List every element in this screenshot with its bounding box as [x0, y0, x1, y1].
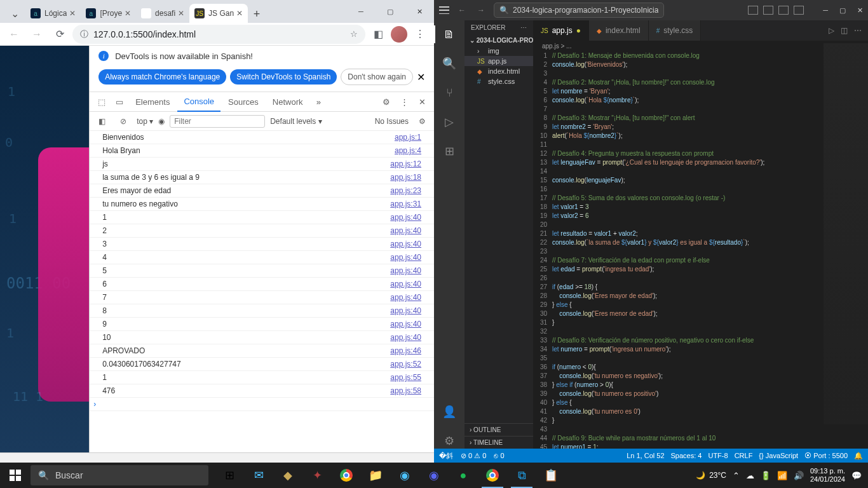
banner-close-icon[interactable]: ✕ — [417, 71, 425, 83]
code-content[interactable]: // Desafío 1: Mensaje de bienvenida con … — [552, 51, 868, 449]
site-info-icon[interactable]: ⓘ — [80, 29, 88, 40]
command-center[interactable]: 🔍 2034-logica-programacion-1-ProyectoIni… — [494, 3, 664, 18]
vscode-taskbar-icon[interactable]: ⧉ — [507, 463, 536, 488]
folder-root[interactable]: ⌄ 2034-LOGICA-PROGRAMA... — [465, 35, 533, 46]
tab-search-icon[interactable]: ⌄ — [4, 4, 25, 23]
browser-tab[interactable]: desafi✕ — [136, 4, 189, 23]
tab-elements[interactable]: Elements — [129, 92, 176, 112]
layout-icon[interactable] — [778, 6, 789, 15]
maximize-button[interactable]: ▢ — [376, 0, 405, 23]
task-view-icon[interactable]: ⊞ — [215, 463, 244, 488]
outline-section[interactable]: › OUTLINE — [465, 423, 533, 436]
breadcrumb[interactable]: app.js > ... — [533, 41, 868, 51]
editor-more-icon[interactable]: ⋯ — [854, 26, 862, 35]
switch-devtools-button[interactable]: Switch DevTools to Spanish — [230, 69, 337, 85]
status-eol[interactable]: CRLF — [735, 452, 753, 460]
source-link[interactable]: app.js:31 — [390, 200, 421, 208]
tray-expand-icon[interactable]: ⌃ — [733, 471, 740, 480]
settings-icon[interactable]: ⚙ — [378, 97, 395, 107]
context-selector[interactable]: top ▾ — [137, 117, 153, 126]
back-button[interactable]: ← — [4, 24, 24, 44]
wifi-icon[interactable]: 📶 — [777, 471, 787, 480]
source-link[interactable]: app.js:40 — [390, 333, 421, 342]
source-link[interactable]: app.js:40 — [390, 253, 421, 262]
account-icon[interactable]: 👤 — [442, 404, 457, 419]
console-prompt[interactable]: › — [90, 398, 434, 411]
reload-button[interactable]: ⟳ — [50, 24, 70, 44]
status-encoding[interactable]: UTF-8 — [708, 452, 728, 460]
source-link[interactable]: app.js:40 — [390, 306, 421, 315]
app-icon[interactable]: 📋 — [536, 463, 566, 488]
browser-tab[interactable]: a[Proye✕ — [81, 4, 136, 23]
close-button[interactable]: ✕ — [405, 0, 434, 23]
mail-icon[interactable]: ✉ — [244, 463, 273, 488]
side-panel-icon[interactable]: ◧ — [368, 24, 388, 44]
folder-img[interactable]: ›img — [465, 46, 533, 56]
maximize-button[interactable]: ▢ — [839, 6, 846, 15]
clear-console-icon[interactable]: ⊘ — [115, 117, 132, 126]
horizontal-scrollbar[interactable] — [0, 452, 434, 463]
bookmark-icon[interactable]: ☆ — [350, 29, 358, 39]
live-expression-icon[interactable]: ◉ — [158, 117, 165, 126]
source-link[interactable]: app.js:46 — [390, 346, 421, 355]
nav-forward-icon[interactable]: → — [475, 6, 487, 15]
layout-icon[interactable] — [748, 6, 758, 15]
source-link[interactable]: app.js:40 — [390, 226, 421, 235]
clock[interactable]: 09:13 p. m.24/01/2024 — [810, 467, 845, 484]
address-bar[interactable]: ⓘ 127.0.0.1:5500/index.html ☆ — [72, 25, 365, 44]
source-link[interactable]: app.js:12 — [390, 159, 421, 168]
status-ln-col[interactable]: Ln 1, Col 52 — [627, 452, 664, 460]
status-bell-icon[interactable]: 🔔 — [854, 452, 863, 460]
profile-avatar[interactable] — [391, 26, 407, 43]
source-link[interactable]: app.js:55 — [390, 373, 421, 382]
browser-tab[interactable]: aLógica✕ — [25, 4, 81, 23]
log-levels-selector[interactable]: Default levels ▾ — [270, 117, 322, 126]
start-button[interactable] — [0, 463, 31, 488]
source-link[interactable]: app.js:18 — [390, 173, 421, 182]
status-spaces[interactable]: Spaces: 4 — [671, 452, 702, 460]
chrome-icon[interactable] — [332, 463, 361, 488]
nav-back-icon[interactable]: ← — [456, 6, 468, 15]
status-language[interactable]: {} JavaScript — [759, 452, 798, 460]
dont-show-button[interactable]: Don't show again — [341, 69, 413, 85]
new-tab-button[interactable]: + — [248, 5, 266, 23]
source-link[interactable]: app.js:40 — [390, 280, 421, 288]
inspect-icon[interactable]: ⬚ — [93, 97, 110, 107]
filter-input[interactable] — [170, 115, 265, 128]
battery-icon[interactable]: 🔋 — [761, 471, 771, 480]
layout-icon[interactable] — [794, 6, 804, 15]
tab-close-icon[interactable]: ✕ — [236, 9, 243, 18]
tab-sources[interactable]: Sources — [222, 92, 265, 112]
source-link[interactable]: app.js:23 — [390, 186, 421, 195]
app-icon[interactable]: ✦ — [302, 463, 332, 488]
always-match-button[interactable]: Always match Chrome's language — [98, 69, 226, 85]
chrome-menu-icon[interactable]: ⋮ — [410, 24, 430, 44]
editor-body[interactable]: 1234567891011121314151617181920212223242… — [533, 51, 868, 449]
browser-tab[interactable]: JSJS Gan✕ — [189, 4, 248, 23]
timeline-section[interactable]: › TIMELINE — [465, 436, 533, 449]
spotify-icon[interactable]: ● — [449, 463, 478, 488]
run-icon[interactable]: ▷ — [829, 26, 834, 35]
source-link[interactable]: app.js:1 — [395, 133, 421, 142]
taskbar-search[interactable]: 🔍Buscar — [31, 465, 208, 485]
forward-button[interactable]: → — [27, 24, 47, 44]
edge-icon[interactable]: ◉ — [390, 463, 419, 488]
tab-network[interactable]: Network — [266, 92, 309, 112]
source-link[interactable]: app.js:40 — [390, 213, 421, 222]
onedrive-icon[interactable]: ☁ — [746, 471, 754, 480]
run-debug-icon[interactable]: ▷ — [442, 114, 457, 130]
status-ports[interactable]: ⎋ 0 — [494, 452, 504, 459]
split-icon[interactable]: ◫ — [841, 26, 848, 35]
tab-console[interactable]: Console — [177, 92, 220, 112]
app-icon[interactable]: ◆ — [273, 463, 302, 488]
layout-icon[interactable] — [763, 6, 773, 15]
source-control-icon[interactable]: ⑂ — [442, 85, 457, 100]
source-link[interactable]: app.js:40 — [390, 320, 421, 329]
source-link[interactable]: app.js:52 — [390, 360, 421, 369]
extensions-icon[interactable]: ⊞ — [442, 144, 457, 159]
discord-icon[interactable]: ◉ — [419, 463, 449, 488]
source-link[interactable]: app.js:40 — [390, 266, 421, 275]
file-app-js[interactable]: JSapp.js — [465, 56, 533, 66]
close-button[interactable]: ✕ — [857, 6, 863, 15]
editor-tab-index[interactable]: ◆index.html — [589, 20, 649, 41]
